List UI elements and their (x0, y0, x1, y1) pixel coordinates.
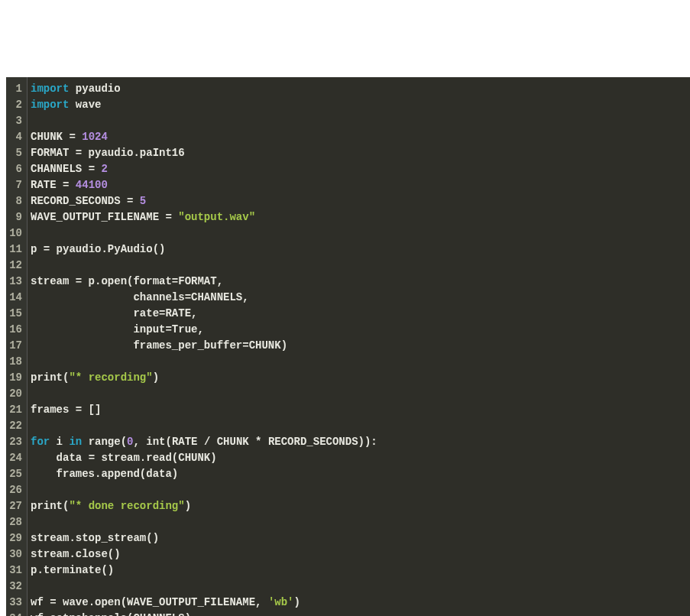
token-kw: for (31, 436, 50, 448)
code-line[interactable]: input=True, (31, 322, 687, 338)
code-line[interactable]: data = stream.read(CHUNK) (31, 450, 687, 466)
line-number: 6 (9, 161, 22, 177)
token-op: = (172, 275, 178, 287)
token-name: FORMAT (31, 147, 76, 159)
token-name: stream.close() (31, 548, 121, 560)
line-number: 8 (9, 193, 22, 209)
line-number: 2 (9, 97, 22, 113)
line-number: 33 (9, 595, 22, 611)
token-name: pyaudio (69, 83, 120, 95)
line-number: 3 (9, 113, 22, 129)
code-line[interactable]: stream.stop_stream() (31, 530, 687, 546)
token-name: p.open(format (82, 275, 172, 287)
line-number: 24 (9, 450, 22, 466)
token-op: = (89, 452, 95, 464)
token-name: , int(RATE (133, 436, 203, 448)
token-name (172, 211, 178, 223)
token-name: print( (31, 500, 69, 512)
token-name: stream.stop_stream() (31, 532, 159, 544)
code-line[interactable]: import wave (31, 97, 687, 113)
line-number: 13 (9, 274, 22, 290)
code-line[interactable] (31, 514, 687, 530)
token-op: = (76, 275, 82, 287)
code-line[interactable]: FORMAT = pyaudio.paInt16 (31, 145, 687, 161)
line-number: 1 (9, 81, 22, 97)
token-name: rate (31, 307, 159, 319)
token-str: "* done recording" (69, 500, 184, 512)
code-line[interactable]: wf.setnchannels(CHANNELS) (31, 611, 687, 616)
token-name: data (31, 452, 89, 464)
token-name (133, 195, 139, 207)
line-number: 34 (9, 611, 22, 616)
code-line[interactable]: p = pyaudio.PyAudio() (31, 242, 687, 258)
line-number: 23 (9, 434, 22, 450)
code-line[interactable]: wf = wave.open(WAVE_OUTPUT_FILENAME, 'wb… (31, 595, 687, 611)
token-op: = (69, 131, 75, 143)
line-number: 12 (9, 258, 22, 274)
line-number: 7 (9, 177, 22, 193)
code-line[interactable]: print("* done recording") (31, 498, 687, 514)
code-line[interactable] (31, 579, 687, 595)
token-name: WAVE_OUTPUT_FILENAME (31, 211, 165, 223)
line-number: 26 (9, 482, 22, 498)
token-name: channels (31, 291, 185, 303)
code-line[interactable]: for i in range(0, int(RATE / CHUNK * REC… (31, 434, 687, 450)
token-op: = (50, 596, 56, 608)
line-number: 20 (9, 386, 22, 402)
line-number: 4 (9, 129, 22, 145)
code-editor[interactable]: 1234567891011121314151617181920212223242… (6, 77, 690, 616)
code-line[interactable] (31, 482, 687, 498)
code-area[interactable]: import pyaudioimport waveCHUNK = 1024FOR… (28, 77, 690, 616)
token-name: wf (31, 596, 50, 608)
line-number: 32 (9, 579, 22, 595)
code-line[interactable]: WAVE_OUTPUT_FILENAME = "output.wav" (31, 209, 687, 225)
code-line[interactable]: rate=RATE, (31, 306, 687, 322)
code-line[interactable]: print("* recording") (31, 370, 687, 386)
code-line[interactable]: RATE = 44100 (31, 177, 687, 193)
token-name: print( (31, 371, 69, 384)
code-line[interactable]: p.terminate() (31, 563, 687, 579)
line-number-gutter: 1234567891011121314151617181920212223242… (6, 77, 28, 616)
code-line[interactable]: CHUNK = 1024 (31, 129, 687, 145)
line-number: 25 (9, 466, 22, 482)
line-number: 15 (9, 306, 22, 322)
line-number: 10 (9, 225, 22, 242)
token-name: ) (185, 500, 191, 512)
code-line[interactable]: frames = [] (31, 402, 687, 418)
code-line[interactable] (31, 258, 687, 274)
token-name (76, 131, 82, 143)
token-name: FORMAT, (178, 275, 223, 287)
line-number: 18 (9, 354, 22, 370)
token-name: RECORD_SECONDS (31, 195, 127, 207)
line-number: 14 (9, 290, 22, 306)
code-line[interactable]: channels=CHANNELS, (31, 290, 687, 306)
code-line[interactable]: import pyaudio (31, 81, 687, 97)
token-name: CHUNK (31, 131, 69, 143)
line-number: 30 (9, 546, 22, 563)
token-str: 'wb' (268, 596, 294, 608)
line-number: 16 (9, 322, 22, 338)
token-name: ) (293, 596, 300, 608)
code-line[interactable]: stream = p.open(format=FORMAT, (31, 274, 687, 290)
code-line[interactable] (31, 354, 687, 370)
code-line[interactable]: frames_per_buffer=CHUNK) (31, 338, 687, 354)
token-name: CHUNK) (249, 339, 287, 352)
token-num: 2 (101, 163, 107, 175)
code-line[interactable] (31, 225, 687, 242)
token-str: "output.wav" (178, 211, 255, 223)
token-kw: import (31, 99, 69, 111)
code-line[interactable]: stream.close() (31, 546, 687, 563)
token-name: RATE, (165, 307, 197, 319)
token-op: = (89, 163, 95, 175)
code-line[interactable] (31, 113, 687, 129)
code-line[interactable] (31, 418, 687, 434)
token-op: = (165, 323, 171, 336)
code-line[interactable]: CHANNELS = 2 (31, 161, 687, 177)
token-name: ) (153, 371, 159, 384)
line-number: 28 (9, 514, 22, 530)
code-line[interactable]: RECORD_SECONDS = 5 (31, 193, 687, 209)
token-op: = (165, 211, 171, 223)
token-name: frames (31, 404, 76, 416)
code-line[interactable]: frames.append(data) (31, 466, 687, 482)
code-line[interactable] (31, 386, 687, 402)
